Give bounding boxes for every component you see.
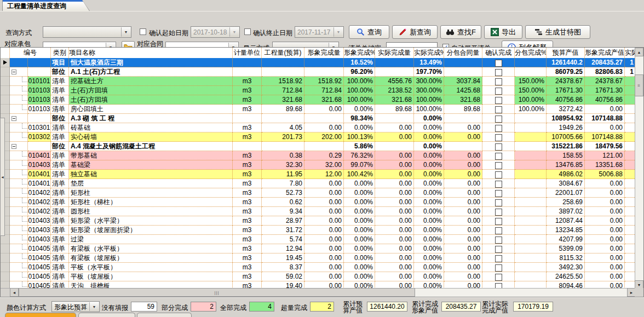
cell-unit[interactable] [233, 142, 262, 151]
cell-qty[interactable]: 8.37 [262, 263, 304, 272]
tree-gutter[interactable] [10, 198, 28, 207]
cell-aval[interactable] [625, 263, 636, 272]
cell-qty[interactable] [262, 67, 304, 77]
cell-imgq[interactable]: 0.00 [304, 216, 344, 226]
cell-no[interactable]: 010302 [28, 132, 51, 142]
cell-actq[interactable]: 0.00 [375, 253, 414, 263]
grid-row[interactable]: 010401清单带形基础m30.380.2976.32%0.000.00%0.0… [1, 151, 636, 160]
tree-gutter[interactable] [10, 77, 28, 86]
grid-row[interactable]: 010301清单砖基础m34.050.000.00%0.000.00%0.001… [1, 123, 636, 132]
column-header-subp[interactable]: 分包完成% [515, 48, 547, 58]
column-header-name[interactable]: 项目名称 [69, 48, 233, 58]
cell-subq[interactable]: 0.00 [444, 235, 482, 244]
grid-row[interactable]: 010401清单垫层m37.800.000.00%0.000.00%0.0030… [1, 179, 636, 188]
tree-gutter[interactable] [10, 142, 28, 151]
cell-actq[interactable]: 0.00 [375, 198, 414, 207]
cell-actp[interactable]: 300.00% [414, 77, 444, 86]
cell-cat[interactable]: 清单 [51, 235, 69, 244]
cell-bval[interactable]: 13476.85 [547, 160, 585, 170]
cell-imgq[interactable]: 0.00 [304, 235, 344, 244]
cell-ival[interactable]: 0.00 [585, 207, 625, 216]
cell-actq[interactable]: 0.00 [375, 151, 414, 160]
cell-ival[interactable]: 0.00 [585, 179, 625, 188]
cell-actq[interactable]: 89.68 [375, 105, 414, 114]
tree-gutter[interactable] [10, 114, 28, 123]
cell-name[interactable]: 平板（水平板） [69, 263, 233, 272]
cell-aval[interactable] [625, 160, 636, 170]
cell-subq[interactable]: 0.00 [444, 226, 482, 235]
row-indicator[interactable] [1, 253, 10, 263]
cell-imgp[interactable]: 99.07% [344, 160, 375, 170]
cell-aval[interactable] [625, 151, 636, 160]
cell-no[interactable]: 010405 [28, 263, 51, 272]
cell-unit[interactable]: m3 [233, 77, 262, 86]
collapse-node-icon[interactable] [12, 70, 16, 74]
cell-confirm[interactable] [482, 151, 515, 160]
cell-cat[interactable]: 清单 [51, 170, 69, 179]
cell-name[interactable]: 房心回填土 [69, 105, 233, 114]
cell-subq[interactable]: 0.00 [444, 188, 482, 198]
cell-imgp[interactable]: 0.00% [344, 226, 375, 235]
cell-actq[interactable]: 0.00 [375, 179, 414, 188]
cell-cat[interactable]: 清单 [51, 244, 69, 253]
cell-actp[interactable]: 300.00% [414, 86, 444, 95]
cell-actq[interactable]: 0.00 [375, 272, 414, 281]
cell-aval[interactable] [625, 123, 636, 132]
cell-unit[interactable]: m3 [233, 235, 262, 244]
cell-bval[interactable]: 1949.26 [547, 123, 585, 132]
grid-row[interactable]: 部位A.3 砌 筑 工 程98.34%0.00%108954.92107148.… [1, 114, 636, 123]
cell-actp[interactable]: 0.00% [414, 216, 444, 226]
confirm-checkbox[interactable] [495, 116, 502, 123]
cell-bval[interactable]: 17671.30 [547, 86, 585, 95]
cell-actp[interactable]: 0.00% [414, 151, 444, 160]
cell-confirm[interactable] [482, 160, 515, 170]
cell-qty[interactable]: 712.84 [262, 86, 304, 95]
cell-qty[interactable]: 11.95 [262, 170, 304, 179]
cell-bval[interactable]: 3897.02 [547, 207, 585, 216]
cell-imgp[interactable]: 0.00% [344, 188, 375, 198]
column-header-imgp[interactable]: 形象完成% [344, 48, 375, 58]
cell-bval[interactable]: 258.69 [547, 198, 585, 207]
cell-qty[interactable] [262, 142, 304, 151]
cell-confirm[interactable] [482, 207, 515, 216]
cell-no[interactable]: 010405 [28, 244, 51, 253]
cell-cat[interactable]: 清单 [51, 151, 69, 160]
cell-confirm[interactable] [482, 142, 515, 151]
cell-actp[interactable]: 0.00% [414, 235, 444, 244]
cell-qty[interactable]: 4.05 [262, 123, 304, 132]
cell-imgq[interactable]: 0.00 [304, 198, 344, 207]
cell-confirm[interactable] [482, 272, 515, 281]
grid-row[interactable]: 010403清单基础梁m332.3032.0099.07%0.000.00%0.… [1, 160, 636, 170]
column-header-actp[interactable]: 实际完成% [414, 48, 444, 58]
chevron-down-icon[interactable]: ▼ [334, 27, 343, 37]
cell-confirm[interactable] [482, 58, 515, 67]
cell-imgp[interactable]: 100.13% [344, 132, 375, 142]
collapse-node-icon[interactable] [12, 144, 16, 149]
cell-ival[interactable]: 5006.88 [585, 170, 625, 179]
cell-subq[interactable] [444, 67, 482, 77]
cell-qty[interactable]: 0.62 [262, 198, 304, 207]
cell-qty[interactable]: 201.73 [262, 132, 304, 142]
horizontal-scroll-thumb[interactable]: ||| [19, 288, 415, 297]
cell-imgp[interactable]: 0.00% [344, 244, 375, 253]
cell-name[interactable]: 基础梁 [69, 160, 233, 170]
cell-actq[interactable]: 0.00 [375, 160, 414, 170]
cell-subq[interactable] [444, 142, 482, 151]
cell-subq[interactable]: 0.00 [444, 216, 482, 226]
cell-name[interactable]: 矩形梁（坡屋面折梁） [69, 226, 233, 235]
confirm-checkbox[interactable] [495, 78, 502, 85]
chevron-down-icon[interactable]: ▼ [89, 302, 99, 311]
cell-aval[interactable]: 1 [625, 67, 636, 77]
cell-subp[interactable] [515, 160, 547, 170]
cell-no[interactable]: 010402 [28, 207, 51, 216]
tree-gutter[interactable] [10, 207, 28, 216]
cell-bval[interactable]: 5399.09 [547, 244, 585, 253]
cell-actp[interactable]: 13.49% [414, 58, 444, 67]
bottom-tab-active[interactable] [5, 313, 76, 317]
grid-row[interactable]: 010103清单房心回填土m389.680.000.00%89.68100.00… [1, 105, 636, 114]
cell-qty[interactable]: 9.34 [262, 207, 304, 216]
cell-bval[interactable]: 3084.67 [547, 179, 585, 188]
chevron-down-icon[interactable]: ▼ [229, 27, 239, 37]
confirm-checkbox[interactable] [495, 246, 502, 253]
confirm-checkbox[interactable] [495, 209, 502, 216]
